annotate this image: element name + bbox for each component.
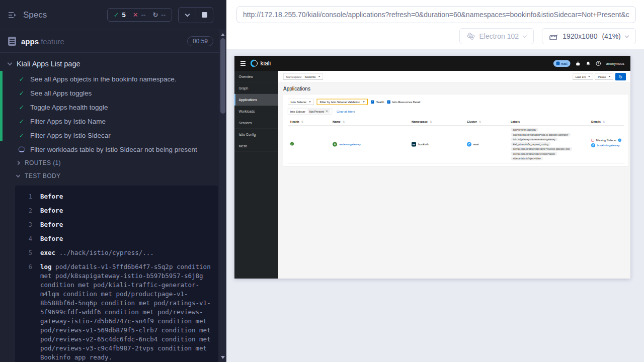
line-number: 1 — [15, 192, 40, 201]
column-header[interactable]: Cluster ⇅ — [467, 120, 511, 124]
test-tree: Kiali Apps List page See all Apps object… — [0, 53, 226, 183]
notifications-bell-icon[interactable] — [586, 61, 590, 66]
viewport-select-button[interactable]: 1920x1080 (41%) — [542, 28, 636, 44]
lock-icon[interactable] — [576, 61, 580, 66]
code-line: 1 Before — [15, 190, 215, 204]
passed-indicator-bar — [0, 71, 3, 141]
command-text: pod/details-v1-5ffd6b64f7-s5q2p conditio… — [40, 263, 211, 361]
spec-file-row[interactable]: apps.feature 00:59 — [0, 30, 226, 53]
nav-item[interactable]: Services — [234, 117, 278, 129]
kiali-toolbar: Namespace: bookinfo Last 1m Pau — [278, 71, 630, 82]
command-keyword: Before — [40, 221, 63, 228]
pause-dropdown[interactable]: Pause — [595, 73, 613, 79]
test-status-icon — [18, 118, 25, 125]
stop-button[interactable] — [196, 8, 213, 23]
refresh-button[interactable]: ↻ — [615, 73, 626, 80]
column-header[interactable]: Labels ⇅ — [511, 120, 591, 124]
applications-table: Health ⇅ Name ⇅ — [288, 118, 624, 166]
caret-down-icon — [309, 101, 311, 103]
code-line: 2 Before — [15, 204, 215, 218]
gateway-link[interactable]: bookinfo-gateway — [597, 144, 620, 147]
nav-item[interactable]: Istio Config — [234, 129, 278, 140]
aut-stage: kiali east — [226, 49, 644, 362]
app-link[interactable]: reviews-gateway — [339, 143, 361, 146]
checkbox-checked-icon — [387, 100, 390, 104]
istio-resources-detail-checkbox[interactable]: Istio Resources Detail — [387, 100, 420, 104]
interval-dropdown[interactable]: Last 1m — [573, 73, 593, 79]
caret-down-icon — [318, 76, 320, 77]
sort-icon: ⇅ — [343, 120, 345, 124]
code-line: 6 log pod/details-v1-5ffd6b64f7-s5q2p co… — [15, 260, 215, 362]
test-body-toggle[interactable]: TEST BODY — [0, 169, 226, 183]
test-item[interactable]: Filter Apps by Istio Sidecar — [0, 128, 226, 142]
test-item[interactable]: Filter workloads table by Istio Sidecar … — [0, 142, 226, 156]
test-label: Filter Apps by Istio Name — [30, 118, 106, 125]
table-row: ✓ A reviews-gateway NS bookinfo — [288, 126, 624, 164]
health-checkbox[interactable]: Health — [371, 100, 384, 104]
health-ok-icon: ✓ — [290, 142, 294, 146]
run-controls — [178, 7, 213, 23]
nav-item[interactable]: Graph — [234, 82, 278, 94]
spec-file-icon — [8, 37, 16, 46]
spec-timer: 00:59 — [187, 36, 213, 46]
command-keyword: Before — [40, 207, 63, 214]
health-cell: ✓ — [290, 128, 333, 146]
reporter-header: Specs ✓ 5 ✕ -- ↻ -- — [0, 0, 226, 30]
nav-item[interactable]: Overview — [234, 71, 278, 82]
code-line: 3 Before — [15, 218, 215, 232]
help-icon[interactable]: ? — [596, 61, 601, 66]
column-header[interactable]: Name ⇅ — [333, 120, 412, 124]
routes-toggle[interactable]: ROUTES (1) — [0, 156, 226, 169]
test-item[interactable]: See all Apps objects in the bookinfo nam… — [0, 72, 226, 86]
browser-chrome: http://172.18.255.70/kiali/console/appli… — [226, 0, 644, 49]
scrollbar-thumb[interactable] — [220, 38, 225, 114]
electron-icon — [467, 32, 475, 40]
running-stat: ↻ -- — [152, 11, 166, 19]
browser-panel: http://172.18.255.70/kiali/console/appli… — [226, 0, 644, 362]
chip-close-icon[interactable]: ✕ — [326, 110, 328, 113]
test-item[interactable]: Filter Apps by Istio Name — [0, 114, 226, 128]
test-label: Filter Apps by Istio Sidecar — [30, 132, 111, 139]
scroll-up-icon[interactable] — [219, 31, 226, 38]
browser-select-button[interactable]: Electron 102 — [459, 28, 534, 44]
filter-value-dropdown[interactable]: Filter by Istio Sidecar Validation — [317, 99, 368, 105]
command-text: ../hack/istio/cypress/... — [59, 249, 154, 256]
cluster-icon — [556, 62, 560, 65]
command-keyword: exec — [40, 249, 55, 256]
reporter-scrollbar[interactable] — [219, 30, 226, 362]
filter-type-dropdown[interactable]: Istio Sidecar — [288, 99, 314, 105]
cluster-badge: C — [467, 142, 471, 147]
code-line: 4 Before — [15, 232, 215, 246]
stop-icon — [202, 12, 207, 18]
sidebar-expand-icon[interactable] — [8, 11, 17, 20]
missing-sidecar-line: Missing Sidecar i — [591, 139, 621, 142]
column-header[interactable]: Details ⇅ — [591, 120, 624, 124]
info-icon[interactable]: i — [618, 139, 622, 142]
test-label: Filter workloads table by Istio Sidecar … — [30, 146, 197, 153]
cluster-badge[interactable]: east — [553, 60, 570, 67]
filter-chip: Not Present ✕ — [307, 109, 330, 114]
url-input[interactable]: http://172.18.255.70/kiali/console/appli… — [236, 6, 636, 23]
test-body-code: 1 Before 2 Before 3 Before 4 Before 5 ex… — [15, 186, 218, 362]
column-header[interactable]: Health ⇅ — [290, 120, 333, 124]
test-item[interactable]: Toggle Apps health toggle — [0, 100, 226, 114]
chevron-right-icon — [16, 161, 20, 165]
filter-toolbar: Istio Sidecar Filter by Istio Sidecar Va… — [288, 99, 624, 105]
nav-item[interactable]: Workloads — [234, 106, 278, 117]
failed-stat: ✕ -- — [133, 11, 146, 19]
collapse-button[interactable] — [179, 8, 196, 23]
nav-item[interactable]: Mesh — [234, 140, 278, 152]
kiali-brand[interactable]: kiali — [251, 60, 271, 67]
page-title: Applications — [278, 82, 630, 95]
namespace-dropdown[interactable]: Namespace: bookinfo — [283, 73, 323, 79]
clear-all-filters-link[interactable]: Clear all filters — [337, 110, 355, 113]
nav-item[interactable]: Applications — [234, 94, 278, 106]
menu-toggle-icon[interactable] — [240, 61, 246, 66]
test-item[interactable]: See all Apps toggles — [0, 86, 226, 100]
details-cell: Missing Sidecar i G bookinfo-gateway — [591, 128, 624, 148]
suite-title[interactable]: Kiali Apps List page — [0, 57, 226, 72]
chevron-down-icon — [16, 173, 20, 177]
column-header[interactable]: Namespace ⇅ — [412, 120, 467, 124]
spec-file-name: apps.feature — [21, 37, 64, 46]
scroll-down-icon[interactable] — [219, 354, 226, 361]
